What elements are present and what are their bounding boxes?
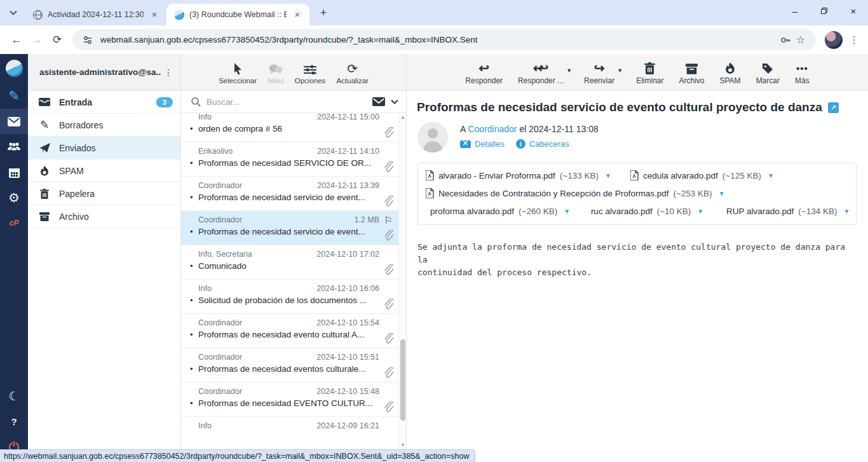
compose-button[interactable]: ✎ (0, 83, 28, 109)
message-row[interactable]: Coordinador2024-12-11 13:39 •Proformas d… (181, 177, 398, 211)
close-window-button[interactable]: × (839, 0, 868, 22)
attachment-item[interactable]: ruc alvarado.pdf (~10 KB) ▼ (587, 206, 703, 216)
rail-contacts-button[interactable] (0, 134, 28, 160)
headers-label: Cabeceras (529, 139, 569, 149)
recipient-link[interactable]: Coordinador (468, 124, 517, 134)
scrollbar-thumb[interactable] (400, 339, 405, 421)
sidebar-item-inbox[interactable]: Entrada 3 (28, 91, 180, 114)
forward-button[interactable]: ↪ Reenviar ▼ (584, 60, 614, 85)
minimize-button[interactable]: – (780, 0, 810, 22)
attachment-name: cedula alvarado.pdf (643, 171, 718, 180)
select-button[interactable]: Seleccionar (219, 62, 257, 85)
refresh-button[interactable]: ⟳ Actualizar (336, 62, 369, 85)
mark-button[interactable]: Marcar (756, 60, 780, 85)
scope-mail-icon[interactable] (372, 97, 385, 106)
dark-mode-button[interactable]: ☾ (0, 383, 28, 409)
reload-button[interactable]: ⟳ (47, 30, 67, 50)
search-bar (181, 91, 406, 113)
paper-plane-icon (38, 143, 51, 153)
message-row[interactable]: Info2024-12-09 16:21 (181, 417, 398, 449)
bookmark-star-icon[interactable]: ☆ (793, 32, 808, 48)
rail-settings-button[interactable]: ⚙ (0, 185, 28, 210)
threads-button[interactable]: Hilos (268, 62, 284, 85)
dropdown-caret-icon[interactable]: ▼ (566, 67, 572, 74)
site-settings-icon[interactable] (80, 32, 95, 48)
sidebar-item-drafts[interactable]: ✎ Borradores (28, 114, 180, 137)
reply-all-icon: ↩↩ (533, 60, 549, 74)
attachment-menu-caret-icon[interactable]: ▼ (719, 190, 725, 197)
message-row[interactable]: Coordinador2024-12-10 15:54 •Proformas d… (181, 314, 398, 348)
headers-toggle[interactable]: i Cabeceras (516, 139, 569, 149)
delete-button[interactable]: Eliminar (636, 60, 663, 85)
attachment-icon (383, 264, 393, 275)
attachment-item[interactable]: Necesidades de Contratación y Recepción … (426, 188, 725, 198)
flame-icon (38, 166, 51, 176)
message-row[interactable]: Coordinador2024-12-10 15:51 •Proformas d… (181, 348, 398, 383)
attachment-item[interactable]: alvarado - Enviar Proforma.pdf (~133 KB)… (426, 170, 611, 180)
cpanel-logo[interactable]: cP (0, 210, 28, 236)
restore-button[interactable] (810, 0, 839, 22)
message-subject: Proformas de necesidad EVENTO CULTUR... (198, 398, 379, 408)
tab-search-button[interactable] (5, 4, 22, 21)
help-button[interactable]: ? (0, 409, 28, 434)
rail-calendar-button[interactable] (0, 160, 28, 185)
back-button[interactable]: ← (6, 30, 27, 50)
pdf-file-icon (426, 170, 434, 180)
sidebar-item-sent[interactable]: Enviados (28, 137, 180, 160)
rail-mail-button[interactable] (0, 109, 28, 134)
open-in-new-window-icon[interactable]: ↗ (828, 102, 839, 113)
message-row[interactable]: Info2024-12-10 16:06 •Solicitud de proba… (181, 280, 398, 314)
scroll-down-icon[interactable]: ▼ (399, 442, 407, 449)
forward-icon: ↪ (594, 60, 605, 74)
options-button[interactable]: Opciones (295, 62, 326, 85)
app-rail: ✎ ⚙ cP ☾ ? (0, 54, 28, 462)
attachment-menu-caret-icon[interactable]: ▼ (697, 208, 703, 215)
message-row-selected[interactable]: Coordinador1.2 MB •Proformas de necesida… (181, 211, 398, 245)
archive-button[interactable]: Archivo (679, 60, 704, 85)
message-row[interactable]: Erikaolivo2024-12-11 14:10 •Proformas de… (181, 142, 398, 177)
attachment-item[interactable]: cedula alvarado.pdf (~125 KB) ▼ (630, 170, 774, 180)
folder-label: Archivo (59, 212, 173, 222)
reply-all-button[interactable]: ↩↩ Responder ... ▼ (518, 60, 564, 85)
account-menu-icon[interactable]: ⋮ (161, 67, 175, 78)
sidebar-item-spam[interactable]: SPAM (28, 160, 180, 182)
spam-button[interactable]: SPAM (720, 60, 741, 85)
search-input[interactable] (207, 97, 367, 107)
tab-close-icon[interactable]: × (292, 9, 303, 20)
sidebar-item-archive[interactable]: Archivo (28, 205, 180, 228)
search-options-chevron-icon[interactable] (391, 99, 398, 104)
message-subject: Proformas de necesidad evento cultural A… (198, 330, 379, 339)
attachment-item[interactable]: RUP alvarado.pdf (~134 KB) ▼ (722, 206, 848, 216)
dropdown-caret-icon[interactable]: ▼ (617, 67, 623, 74)
message-subject: orden de compra # 56 (198, 124, 379, 133)
message-row[interactable]: Info2024-12-11 15:00 •orden de compra # … (181, 113, 398, 142)
message-row[interactable]: Info, Secretaria2024-12-10 17:02 •Comuni… (181, 245, 398, 280)
tab-actividad[interactable]: Actividad 2024-12-11 12:30:00 × (25, 4, 166, 25)
url-text[interactable]: webmail.sanjuan.gob.ec/cpsess6773850452/… (100, 35, 778, 44)
tab-close-icon[interactable]: × (149, 9, 160, 20)
attachment-name: proforma alvarado.pdf (430, 207, 514, 216)
message-row[interactable]: Coordinador2024-12-10 15:48 •Proformas d… (181, 383, 398, 417)
address-bar[interactable]: webmail.sanjuan.gob.ec/cpsess6773850452/… (72, 29, 816, 50)
attachment-menu-caret-icon[interactable]: ▼ (844, 208, 850, 215)
pdf-file-icon (630, 170, 639, 180)
attachment-menu-caret-icon[interactable]: ▼ (564, 208, 570, 215)
details-toggle[interactable]: Detalles (460, 139, 505, 149)
tab-roundcube[interactable]: (3) Roundcube Webmail :: Envia × (166, 4, 309, 25)
list-scrollbar[interactable]: ▲ ▼ (398, 114, 406, 449)
forward-button[interactable]: → (27, 30, 47, 50)
attachment-item[interactable]: proforma alvarado.pdf (~260 KB) ▼ (426, 206, 567, 216)
browser-menu-icon[interactable]: ⋮ (846, 32, 862, 48)
browser-profile-avatar[interactable] (825, 31, 843, 49)
button-label: Eliminar (636, 76, 663, 85)
sidebar-item-trash[interactable]: Papelera (28, 182, 180, 205)
account-email: asistente-administrativo@sa... (39, 67, 161, 77)
message-sender: Info (198, 113, 312, 121)
more-button[interactable]: ••• Más (795, 60, 810, 85)
new-tab-button[interactable]: + (315, 4, 332, 22)
reply-button[interactable]: ↩ Responder (465, 60, 503, 85)
attachment-menu-caret-icon[interactable]: ▼ (605, 172, 611, 179)
attachment-menu-caret-icon[interactable]: ▼ (768, 172, 774, 179)
password-key-icon[interactable] (778, 32, 793, 48)
scroll-up-icon[interactable]: ▲ (399, 114, 407, 121)
